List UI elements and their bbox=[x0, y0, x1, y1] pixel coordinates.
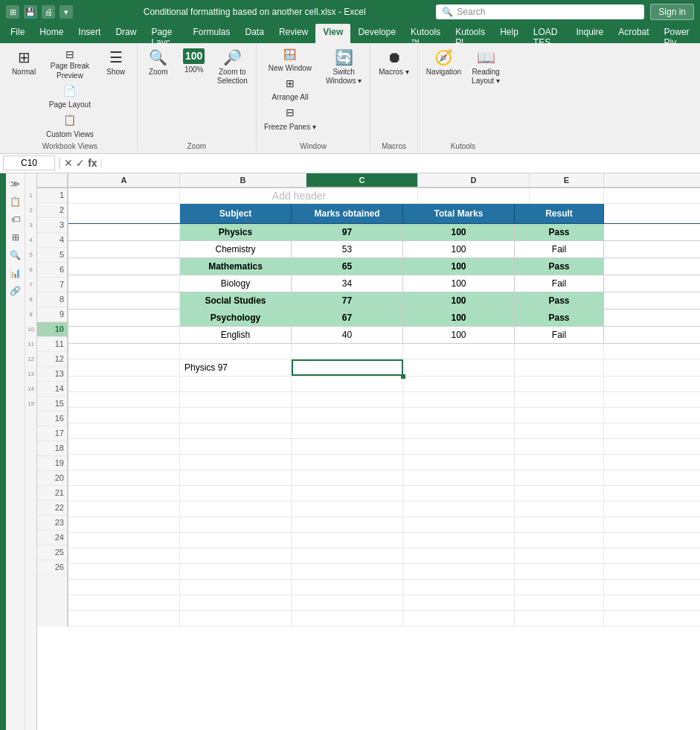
search-bar[interactable]: 🔍 Search bbox=[436, 4, 644, 19]
sidebar-chart-icon[interactable]: 📊 bbox=[8, 266, 23, 281]
cell-a-r12[interactable] bbox=[68, 392, 180, 407]
cell-c1[interactable] bbox=[306, 188, 418, 203]
cell-e1[interactable] bbox=[530, 188, 604, 203]
cell-marks-1[interactable]: 53 bbox=[292, 241, 403, 257]
cell-e-r15[interactable] bbox=[515, 439, 604, 454]
cell-d-r14[interactable] bbox=[403, 423, 515, 438]
col-header-a[interactable]: A bbox=[68, 173, 180, 187]
cell-a-r5[interactable] bbox=[68, 310, 180, 326]
insert-function-icon[interactable]: fx bbox=[88, 157, 97, 169]
cell-c-r17[interactable] bbox=[292, 470, 403, 485]
arrangeall-button[interactable]: ⊞ Arrange All bbox=[261, 75, 319, 103]
save-icon[interactable]: 💾 bbox=[24, 5, 37, 19]
cell-subject-2[interactable]: Mathematics bbox=[180, 258, 292, 275]
sidebar-ext-icon[interactable]: 🔗 bbox=[8, 284, 23, 298]
cell-total-2[interactable]: 100 bbox=[403, 258, 515, 275]
cell-e-r16[interactable] bbox=[515, 455, 604, 470]
zoom-button[interactable]: 🔍 Zoom bbox=[142, 46, 175, 79]
normal-button[interactable]: ⊞ Normal bbox=[7, 46, 40, 79]
cell-d-r22[interactable] bbox=[403, 548, 515, 563]
cell-a-r22[interactable] bbox=[68, 548, 180, 563]
cell-total-3[interactable]: 100 bbox=[403, 275, 515, 292]
cell-total-0[interactable]: 100 bbox=[403, 224, 515, 240]
cell-e-r19[interactable] bbox=[515, 502, 604, 516]
tab-inquire[interactable]: Inquire bbox=[569, 24, 611, 43]
cell-a-r14[interactable] bbox=[68, 423, 180, 438]
cell-e-r12[interactable] bbox=[515, 392, 604, 407]
freezepanes-button[interactable]: ⊟ Freeze Panes ▾ bbox=[261, 104, 319, 132]
tab-view[interactable]: View bbox=[315, 24, 350, 43]
cell-d-r23[interactable] bbox=[403, 564, 515, 579]
cell-c-r26[interactable] bbox=[292, 611, 403, 626]
confirm-formula-icon[interactable]: ✓ bbox=[76, 157, 85, 169]
cell-d-r12[interactable] bbox=[403, 392, 515, 407]
cell-e-r17[interactable] bbox=[515, 470, 604, 485]
cell-subject-4[interactable]: Social Studies bbox=[180, 292, 292, 309]
sidebar-named-icon[interactable]: 🏷 bbox=[8, 212, 23, 227]
cell-a-r4[interactable] bbox=[68, 292, 180, 309]
col-header-e[interactable]: E bbox=[530, 173, 604, 187]
cell-c-r18[interactable] bbox=[292, 486, 403, 501]
cell-d-r25[interactable] bbox=[403, 595, 515, 610]
cell-e-r25[interactable] bbox=[515, 595, 604, 610]
cell-d-r26[interactable] bbox=[403, 611, 515, 626]
readinglayout-button[interactable]: 📖 ReadingLayout ▾ bbox=[468, 46, 504, 88]
cell-total-4[interactable]: 100 bbox=[403, 292, 515, 309]
cell-b-r25[interactable] bbox=[180, 595, 292, 610]
fill-handle[interactable] bbox=[401, 374, 405, 379]
cell-d-r11[interactable] bbox=[403, 377, 515, 391]
cell-a-r25[interactable] bbox=[68, 595, 180, 610]
cell-result-5[interactable]: Pass bbox=[515, 310, 604, 326]
cell-e-r21[interactable] bbox=[515, 533, 604, 548]
cell-c-r16[interactable] bbox=[292, 455, 403, 470]
cell-e-r23[interactable] bbox=[515, 564, 604, 579]
tab-data[interactable]: Data bbox=[238, 24, 272, 43]
tab-review[interactable]: Review bbox=[272, 24, 315, 43]
cell-d-r17[interactable] bbox=[403, 470, 515, 485]
cell-a-r15[interactable] bbox=[68, 439, 180, 454]
cell-b-r26[interactable] bbox=[180, 611, 292, 626]
cell-b-r22[interactable] bbox=[180, 548, 292, 563]
cell-c-r7[interactable] bbox=[292, 344, 403, 359]
cell-result-3[interactable]: Fail bbox=[515, 275, 604, 292]
cell-result-4[interactable]: Pass bbox=[515, 292, 604, 309]
cell-e-r26[interactable] bbox=[515, 611, 604, 626]
tab-formulas[interactable]: Formulas bbox=[186, 24, 238, 43]
cell-d-r15[interactable] bbox=[403, 439, 515, 454]
th-subject[interactable]: Subject bbox=[180, 204, 292, 223]
cell-c-r22[interactable] bbox=[292, 548, 403, 563]
cell-b-r7[interactable] bbox=[180, 344, 292, 359]
cell-c-r20[interactable] bbox=[292, 517, 403, 532]
cell-c-r12[interactable] bbox=[292, 392, 403, 407]
macros-button[interactable]: ⏺ Macros ▾ bbox=[375, 46, 413, 79]
cell-result-6[interactable]: Fail bbox=[515, 327, 604, 343]
cell-b1[interactable] bbox=[180, 188, 306, 203]
cell-c-r15[interactable] bbox=[292, 439, 403, 454]
grid-icon[interactable]: ⊞ bbox=[6, 5, 19, 19]
cell-b-r10[interactable]: Physics 97 bbox=[180, 359, 292, 376]
cell-e-r24[interactable] bbox=[515, 580, 604, 595]
zoomtoselection-button[interactable]: 🔎 Zoom toSelection bbox=[213, 46, 251, 88]
cell-b-r19[interactable] bbox=[180, 502, 292, 516]
cell-e-r22[interactable] bbox=[515, 548, 604, 563]
cell-a-r20[interactable] bbox=[68, 517, 180, 532]
cell-c10-selected[interactable] bbox=[292, 359, 403, 376]
cell-b-r16[interactable] bbox=[180, 455, 292, 470]
navigation-button[interactable]: 🧭 Navigation bbox=[423, 46, 465, 79]
tab-help[interactable]: Help bbox=[492, 24, 526, 43]
cell-subject-3[interactable]: Biology bbox=[180, 275, 292, 292]
cell-c-r24[interactable] bbox=[292, 580, 403, 595]
cell-a-r3[interactable] bbox=[68, 275, 180, 292]
tab-home[interactable]: Home bbox=[32, 24, 71, 43]
cell-result-0[interactable]: Pass bbox=[515, 224, 604, 240]
undo-dropdown-icon[interactable]: ▾ bbox=[60, 5, 73, 19]
zoom100-button[interactable]: 100 100% bbox=[178, 46, 211, 77]
col-header-b[interactable]: B bbox=[180, 173, 306, 187]
cell-marks-2[interactable]: 65 bbox=[292, 258, 403, 275]
cell-d-r16[interactable] bbox=[403, 455, 515, 470]
cell-total-5[interactable]: 100 bbox=[403, 310, 515, 326]
cancel-formula-icon[interactable]: ✕ bbox=[64, 157, 73, 169]
cell-b-r18[interactable] bbox=[180, 486, 292, 501]
cell-a-r16[interactable] bbox=[68, 455, 180, 470]
cell-b-r23[interactable] bbox=[180, 564, 292, 579]
